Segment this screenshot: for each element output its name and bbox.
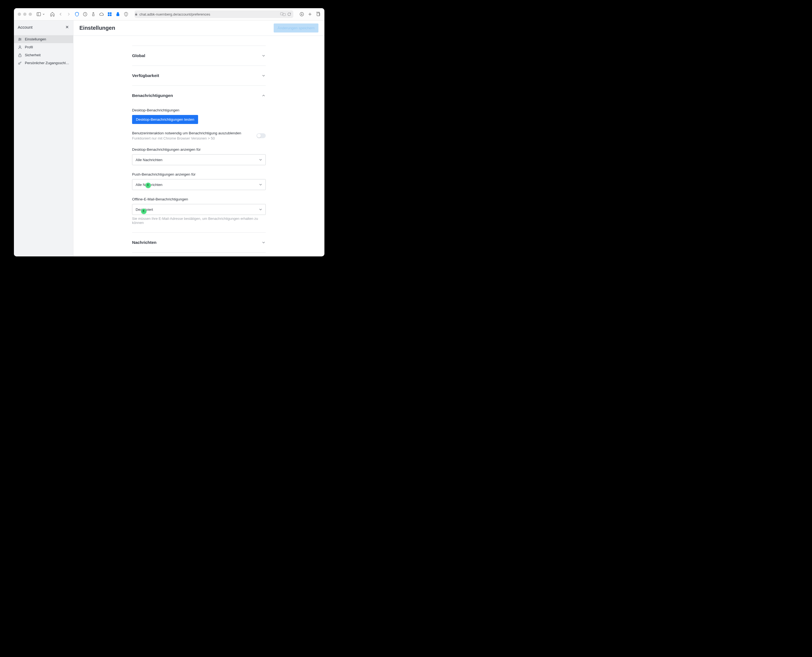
sidebar-item-label: Einstellungen bbox=[25, 37, 46, 41]
new-tab-icon[interactable] bbox=[307, 12, 312, 17]
reload-icon[interactable] bbox=[287, 12, 291, 16]
chevron-up-icon bbox=[261, 93, 266, 98]
extension-blocks-icon[interactable] bbox=[107, 12, 112, 17]
section-messages: Nachrichten bbox=[132, 233, 266, 252]
history-icon[interactable] bbox=[83, 12, 88, 17]
panel-header: Einstellungen Änderungen speichern bbox=[73, 20, 324, 36]
field-label: Push-Benachrichtigungen anzeigen für bbox=[132, 172, 266, 176]
chevron-down-icon bbox=[261, 53, 266, 58]
svg-rect-6 bbox=[110, 14, 112, 16]
sidebar-title: Account bbox=[18, 25, 33, 30]
back-icon[interactable] bbox=[58, 12, 63, 17]
section-toggle-availability[interactable]: Verfügbarkeit bbox=[132, 66, 266, 86]
url-text: chat.adbk-nuernberg.de/account/preferenc… bbox=[140, 12, 210, 16]
section-notifications: Benachrichtigungen Desktop-Benachrichtig… bbox=[132, 86, 266, 233]
user-icon bbox=[18, 45, 22, 50]
field-desktop-show-for: Desktop-Benachrichtigungen anzeigen für … bbox=[132, 148, 266, 165]
sidebar-toggle-icon[interactable] bbox=[36, 12, 41, 17]
select-value: Alle Nachrichten bbox=[136, 158, 162, 162]
test-desktop-notifications-button[interactable]: Desktop-Benachrichtigungen testen bbox=[132, 115, 198, 124]
close-window-icon[interactable] bbox=[18, 12, 21, 16]
svg-point-25 bbox=[19, 63, 20, 64]
section-title: Nachrichten bbox=[132, 240, 157, 245]
select-value: Alle Nachrichten bbox=[136, 183, 162, 187]
chevron-down-icon bbox=[261, 73, 266, 78]
home-icon[interactable] bbox=[50, 12, 55, 17]
window-controls[interactable] bbox=[18, 12, 32, 16]
forward-icon[interactable] bbox=[66, 12, 71, 17]
field-offline-email: Offline-E-Mail-Benachrichtigungen Deakti… bbox=[132, 197, 266, 225]
key-icon bbox=[18, 61, 22, 65]
chevron-down-icon bbox=[258, 207, 263, 212]
panel-body[interactable]: Global Verfügbarkeit bbox=[73, 36, 324, 257]
interaction-toggle[interactable] bbox=[256, 133, 266, 138]
section-toggle-messages[interactable]: Nachrichten bbox=[132, 233, 266, 252]
sidebar-header: Account bbox=[14, 20, 73, 34]
downloads-icon[interactable] bbox=[299, 12, 304, 17]
svg-rect-0 bbox=[37, 12, 40, 16]
sidebar-item-profil[interactable]: Profil bbox=[14, 43, 73, 51]
section-title: Global bbox=[132, 53, 145, 58]
lock-icon bbox=[135, 12, 138, 16]
account-sidebar: Account Einstellungen Profil bbox=[14, 20, 73, 257]
chevron-down-icon[interactable] bbox=[42, 13, 45, 16]
tabs-overview-icon[interactable] bbox=[316, 12, 321, 17]
sidebar-item-zugangsschluessel[interactable]: Persönlicher Zugangsschlüs… bbox=[14, 59, 73, 67]
section-global: Global bbox=[132, 45, 266, 66]
chevron-down-icon bbox=[258, 157, 263, 162]
svg-rect-4 bbox=[110, 12, 112, 14]
section-highlights: Hervorhebungen bbox=[132, 252, 266, 257]
svg-rect-7 bbox=[116, 14, 120, 16]
svg-point-18 bbox=[19, 38, 20, 39]
section-title: Benachrichtigungen bbox=[132, 93, 173, 98]
svg-rect-24 bbox=[19, 55, 21, 57]
section-toggle-notifications[interactable]: Benachrichtigungen bbox=[132, 86, 266, 106]
save-button[interactable]: Änderungen speichern bbox=[274, 23, 318, 33]
field-interaction-required: Benutzerinteraktion notwendig um Benachr… bbox=[132, 131, 266, 140]
shield-half-icon[interactable] bbox=[124, 12, 129, 17]
svg-point-20 bbox=[20, 39, 21, 40]
cloud-icon[interactable] bbox=[99, 12, 104, 17]
offline-email-select[interactable]: Deaktiviert bbox=[132, 204, 266, 215]
field-help: Sie müssen Ihre E-Mail-Adresse bestätige… bbox=[132, 216, 266, 225]
field-label: Benutzerinteraktion notwendig um Benachr… bbox=[132, 131, 241, 135]
svg-rect-8 bbox=[135, 14, 137, 16]
app: Account Einstellungen Profil bbox=[14, 20, 324, 257]
chevron-down-icon bbox=[258, 182, 263, 187]
translate-icon[interactable] bbox=[280, 12, 286, 16]
browser-window: chat.adbk-nuernberg.de/account/preferenc… bbox=[14, 8, 324, 257]
field-label: Desktop-Benachrichtigungen bbox=[132, 108, 266, 112]
chevron-down-icon bbox=[261, 240, 266, 244]
field-label: Offline-E-Mail-Benachrichtigungen bbox=[132, 197, 266, 201]
sidebar-item-sicherheit[interactable]: Sicherheit bbox=[14, 51, 73, 59]
minimize-window-icon[interactable] bbox=[23, 12, 26, 16]
svg-point-23 bbox=[19, 45, 20, 47]
zoom-window-icon[interactable] bbox=[29, 12, 32, 16]
section-availability: Verfügbarkeit bbox=[132, 66, 266, 86]
svg-rect-5 bbox=[108, 14, 109, 16]
section-toggle-global[interactable]: Global bbox=[132, 46, 266, 65]
push-show-select[interactable]: Alle Nachrichten bbox=[132, 179, 266, 190]
field-help: Funktioniert nur mit Chrome Browser Vers… bbox=[132, 136, 241, 140]
share-icon[interactable] bbox=[91, 12, 96, 17]
lock-icon bbox=[18, 53, 22, 58]
browser-toolbar: chat.adbk-nuernberg.de/account/preferenc… bbox=[14, 8, 324, 20]
sliders-icon bbox=[18, 37, 22, 42]
sidebar-item-label: Persönlicher Zugangsschlüs… bbox=[25, 61, 69, 65]
field-desktop-notifications: Desktop-Benachrichtigungen Desktop-Benac… bbox=[132, 108, 266, 124]
settings-panel: Einstellungen Änderungen speichern Globa… bbox=[73, 20, 324, 257]
url-bar[interactable]: chat.adbk-nuernberg.de/account/preferenc… bbox=[135, 10, 293, 18]
sidebar-item-einstellungen[interactable]: Einstellungen bbox=[14, 35, 73, 43]
sidebar-item-label: Sicherheit bbox=[25, 53, 40, 57]
section-toggle-highlights[interactable]: Hervorhebungen bbox=[132, 252, 266, 257]
desktop-show-select[interactable]: Alle Nachrichten bbox=[132, 154, 266, 165]
page-title: Einstellungen bbox=[79, 25, 115, 31]
field-label: Desktop-Benachrichtigungen anzeigen für bbox=[132, 148, 266, 151]
section-title: Verfügbarkeit bbox=[132, 73, 159, 78]
field-push-show-for: Push-Benachrichtigungen anzeigen für All… bbox=[132, 172, 266, 190]
lock-fill-icon[interactable] bbox=[115, 12, 120, 17]
shield-icon[interactable] bbox=[75, 12, 79, 17]
svg-point-22 bbox=[19, 40, 19, 41]
sidebar-item-label: Profil bbox=[25, 45, 33, 49]
close-icon[interactable] bbox=[65, 25, 69, 29]
